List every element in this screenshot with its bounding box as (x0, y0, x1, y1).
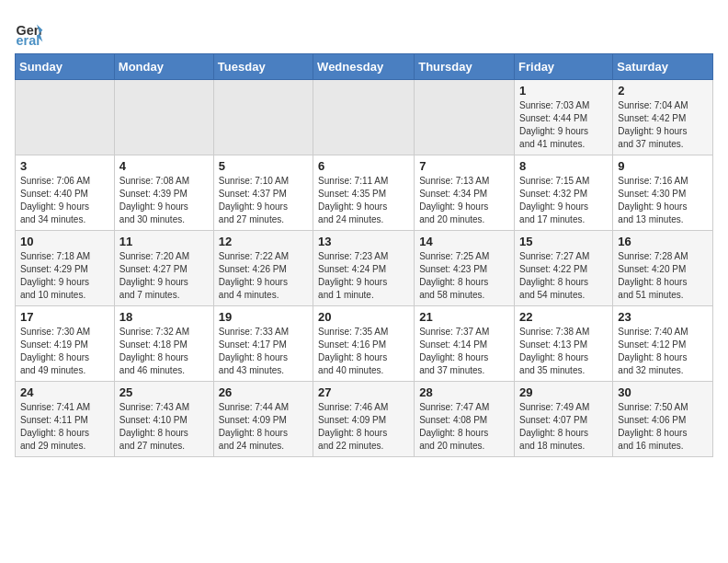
day-info: Sunrise: 7:03 AM Sunset: 4:44 PM Dayligh… (519, 99, 608, 151)
calendar-cell: 24Sunrise: 7:41 AM Sunset: 4:11 PM Dayli… (16, 382, 115, 457)
calendar-week-1: 1Sunrise: 7:03 AM Sunset: 4:44 PM Daylig… (16, 80, 713, 155)
day-header-friday: Friday (515, 54, 613, 80)
day-number: 1 (519, 84, 608, 98)
calendar-cell: 29Sunrise: 7:49 AM Sunset: 4:07 PM Dayli… (515, 382, 613, 457)
calendar-cell: 3Sunrise: 7:06 AM Sunset: 4:40 PM Daylig… (16, 155, 115, 231)
calendar-cell: 15Sunrise: 7:27 AM Sunset: 4:22 PM Dayli… (515, 231, 613, 306)
day-number: 19 (219, 310, 308, 324)
calendar-cell: 28Sunrise: 7:47 AM Sunset: 4:08 PM Dayli… (415, 382, 515, 457)
day-info: Sunrise: 7:18 AM Sunset: 4:29 PM Dayligh… (20, 250, 109, 302)
day-info: Sunrise: 7:32 AM Sunset: 4:18 PM Dayligh… (119, 326, 209, 377)
day-info: Sunrise: 7:06 AM Sunset: 4:40 PM Dayligh… (20, 175, 109, 226)
day-info: Sunrise: 7:37 AM Sunset: 4:14 PM Dayligh… (419, 326, 509, 377)
calendar-cell (313, 80, 415, 155)
day-info: Sunrise: 7:10 AM Sunset: 4:37 PM Dayligh… (219, 175, 308, 226)
day-info: Sunrise: 7:35 AM Sunset: 4:16 PM Dayligh… (318, 326, 409, 377)
day-info: Sunrise: 7:43 AM Sunset: 4:10 PM Dayligh… (119, 401, 209, 453)
day-info: Sunrise: 7:47 AM Sunset: 4:08 PM Dayligh… (419, 401, 509, 453)
day-info: Sunrise: 7:22 AM Sunset: 4:26 PM Dayligh… (219, 250, 308, 302)
day-info: Sunrise: 7:30 AM Sunset: 4:19 PM Dayligh… (20, 326, 109, 377)
day-info: Sunrise: 7:25 AM Sunset: 4:23 PM Dayligh… (419, 250, 509, 302)
day-info: Sunrise: 7:38 AM Sunset: 4:13 PM Dayligh… (519, 326, 608, 377)
calendar-cell: 4Sunrise: 7:08 AM Sunset: 4:39 PM Daylig… (114, 155, 213, 231)
day-number: 14 (419, 235, 509, 248)
day-number: 3 (20, 159, 109, 173)
day-number: 18 (119, 310, 209, 324)
calendar-cell: 7Sunrise: 7:13 AM Sunset: 4:34 PM Daylig… (415, 155, 515, 231)
calendar-cell: 17Sunrise: 7:30 AM Sunset: 4:19 PM Dayli… (16, 306, 115, 382)
svg-text:eral: eral (17, 33, 40, 48)
day-info: Sunrise: 7:15 AM Sunset: 4:32 PM Dayligh… (519, 175, 608, 226)
day-number: 2 (618, 84, 708, 98)
day-info: Sunrise: 7:08 AM Sunset: 4:39 PM Dayligh… (119, 175, 209, 226)
day-number: 9 (618, 159, 708, 173)
calendar-cell: 22Sunrise: 7:38 AM Sunset: 4:13 PM Dayli… (515, 306, 613, 382)
calendar-cell (415, 80, 515, 155)
logo: Gen eral (15, 18, 48, 48)
day-header-sunday: Sunday (16, 54, 115, 80)
calendar-body: 1Sunrise: 7:03 AM Sunset: 4:44 PM Daylig… (16, 80, 713, 457)
calendar-header-row: SundayMondayTuesdayWednesdayThursdayFrid… (16, 54, 713, 80)
calendar-cell (16, 80, 115, 155)
calendar-cell: 19Sunrise: 7:33 AM Sunset: 4:17 PM Dayli… (213, 306, 313, 382)
day-number: 26 (219, 385, 308, 399)
day-info: Sunrise: 7:50 AM Sunset: 4:06 PM Dayligh… (618, 401, 708, 453)
day-number: 16 (618, 235, 708, 248)
header: Gen eral (15, 15, 713, 48)
day-number: 10 (20, 235, 109, 248)
logo-icon: Gen eral (15, 18, 44, 48)
day-number: 20 (318, 310, 409, 324)
day-number: 21 (419, 310, 509, 324)
day-info: Sunrise: 7:40 AM Sunset: 4:12 PM Dayligh… (618, 326, 708, 377)
day-info: Sunrise: 7:11 AM Sunset: 4:35 PM Dayligh… (318, 175, 409, 226)
day-number: 15 (519, 235, 608, 248)
calendar-cell: 9Sunrise: 7:16 AM Sunset: 4:30 PM Daylig… (613, 155, 713, 231)
day-number: 27 (318, 385, 409, 399)
day-info: Sunrise: 7:28 AM Sunset: 4:20 PM Dayligh… (618, 250, 708, 302)
day-number: 7 (419, 159, 509, 173)
calendar-cell: 23Sunrise: 7:40 AM Sunset: 4:12 PM Dayli… (613, 306, 713, 382)
calendar-cell: 25Sunrise: 7:43 AM Sunset: 4:10 PM Dayli… (114, 382, 213, 457)
day-info: Sunrise: 7:16 AM Sunset: 4:30 PM Dayligh… (618, 175, 708, 226)
day-number: 24 (20, 385, 109, 399)
calendar-cell: 13Sunrise: 7:23 AM Sunset: 4:24 PM Dayli… (313, 231, 415, 306)
calendar-cell: 2Sunrise: 7:04 AM Sunset: 4:42 PM Daylig… (613, 80, 713, 155)
calendar-cell: 14Sunrise: 7:25 AM Sunset: 4:23 PM Dayli… (415, 231, 515, 306)
day-number: 6 (318, 159, 409, 173)
day-info: Sunrise: 7:44 AM Sunset: 4:09 PM Dayligh… (219, 401, 308, 453)
calendar-cell: 26Sunrise: 7:44 AM Sunset: 4:09 PM Dayli… (213, 382, 313, 457)
day-number: 11 (119, 235, 209, 248)
calendar-cell (213, 80, 313, 155)
day-number: 17 (20, 310, 109, 324)
day-info: Sunrise: 7:41 AM Sunset: 4:11 PM Dayligh… (20, 401, 109, 453)
day-info: Sunrise: 7:27 AM Sunset: 4:22 PM Dayligh… (519, 250, 608, 302)
day-header-tuesday: Tuesday (213, 54, 313, 80)
calendar-cell: 27Sunrise: 7:46 AM Sunset: 4:09 PM Dayli… (313, 382, 415, 457)
day-number: 8 (519, 159, 608, 173)
calendar-week-2: 3Sunrise: 7:06 AM Sunset: 4:40 PM Daylig… (16, 155, 713, 231)
day-number: 4 (119, 159, 209, 173)
calendar-cell: 21Sunrise: 7:37 AM Sunset: 4:14 PM Dayli… (415, 306, 515, 382)
day-info: Sunrise: 7:33 AM Sunset: 4:17 PM Dayligh… (219, 326, 308, 377)
calendar-week-3: 10Sunrise: 7:18 AM Sunset: 4:29 PM Dayli… (16, 231, 713, 306)
day-info: Sunrise: 7:13 AM Sunset: 4:34 PM Dayligh… (419, 175, 509, 226)
day-number: 25 (119, 385, 209, 399)
calendar-cell: 8Sunrise: 7:15 AM Sunset: 4:32 PM Daylig… (515, 155, 613, 231)
calendar-table: SundayMondayTuesdayWednesdayThursdayFrid… (15, 53, 713, 457)
day-number: 22 (519, 310, 608, 324)
day-number: 28 (419, 385, 509, 399)
calendar-week-4: 17Sunrise: 7:30 AM Sunset: 4:19 PM Dayli… (16, 306, 713, 382)
calendar-cell: 18Sunrise: 7:32 AM Sunset: 4:18 PM Dayli… (114, 306, 213, 382)
day-number: 30 (618, 385, 708, 399)
day-header-thursday: Thursday (415, 54, 515, 80)
day-header-monday: Monday (114, 54, 213, 80)
calendar-cell: 20Sunrise: 7:35 AM Sunset: 4:16 PM Dayli… (313, 306, 415, 382)
calendar-week-5: 24Sunrise: 7:41 AM Sunset: 4:11 PM Dayli… (16, 382, 713, 457)
day-info: Sunrise: 7:49 AM Sunset: 4:07 PM Dayligh… (519, 401, 608, 453)
calendar-cell: 5Sunrise: 7:10 AM Sunset: 4:37 PM Daylig… (213, 155, 313, 231)
calendar-cell: 12Sunrise: 7:22 AM Sunset: 4:26 PM Dayli… (213, 231, 313, 306)
calendar-cell: 6Sunrise: 7:11 AM Sunset: 4:35 PM Daylig… (313, 155, 415, 231)
day-info: Sunrise: 7:04 AM Sunset: 4:42 PM Dayligh… (618, 99, 708, 151)
calendar-cell: 10Sunrise: 7:18 AM Sunset: 4:29 PM Dayli… (16, 231, 115, 306)
day-number: 29 (519, 385, 608, 399)
